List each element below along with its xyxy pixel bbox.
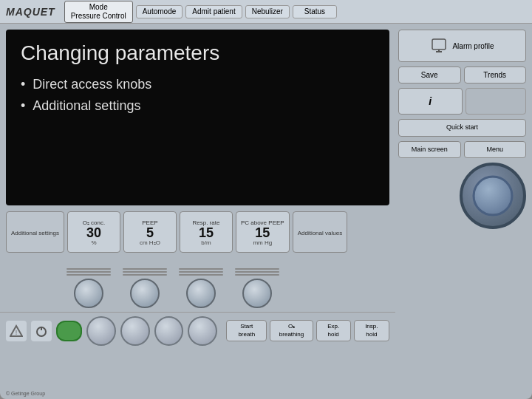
menu-main-row: Main screen Menu [398,141,526,159]
insp-hold-btn[interactable]: Insp. hold [354,320,389,341]
main-screen-btn[interactable]: Main screen [398,141,461,159]
tab-nebulizer[interactable]: Nebulizer [245,5,290,18]
brand-logo: MAQUET [6,6,55,18]
tab-mode[interactable]: Mode Pressure Control [64,1,133,23]
device-body: MAQUET Mode Pressure Control Automode Ad… [0,0,532,399]
start-breath-btn[interactable]: Start breath [226,320,267,341]
peep-btn[interactable]: PEEP 5 cm H₂O [123,211,177,253]
main-screen: Changing parameters Direct access knobs … [6,30,389,205]
additional-settings-btn[interactable]: Additional settings [6,211,64,253]
big-control-knob[interactable] [460,163,526,229]
o2-conc-btn[interactable]: O₂ conc. 30 % [67,211,120,253]
pc-above-peep-unit: mm Hg [253,239,272,246]
knob-2[interactable] [130,279,160,308]
info-btn[interactable]: i [398,88,463,115]
additional-values-btn[interactable]: Additional values [293,211,347,253]
exp-hold-btn[interactable]: Exp. hold [316,320,351,341]
footer-knob-4[interactable] [188,316,217,346]
resp-rate-unit: b/m [201,239,211,246]
warning-icon: ! [6,321,27,341]
screen-title: Changing parameters [21,41,375,65]
tab-admit-patient[interactable]: Admit patient [185,5,242,18]
knob-3[interactable] [186,279,216,308]
knob-1[interactable] [74,279,103,308]
info-row: i [398,88,526,115]
mode-label: Mode [89,3,108,12]
alarm-profile-label: Alarm profile [452,42,494,50]
tab-automode[interactable]: Automode [136,5,183,18]
big-knob-inner [473,176,514,216]
bottom-controls-row: Additional settings O₂ conc. 30 % PEEP 5… [0,208,395,267]
footer-action-btns: Start breath O₂ breathing Exp. hold Insp… [226,320,389,341]
slider-lines-3 [179,268,223,276]
slider-group-4 [231,268,284,308]
spacer-btn [466,88,527,115]
green-toggle[interactable] [56,321,83,341]
right-panel: Alarm profile Save Trends i Quick start … [395,24,532,349]
svg-text:!: ! [16,329,18,336]
tab-status[interactable]: Status [293,5,337,18]
additional-values-label: Additional values [298,230,342,236]
quick-start-btn[interactable]: Quick start [398,119,526,137]
footer: ! [0,312,395,349]
o2-breathing-btn[interactable]: O₂ breathing [270,320,313,341]
bullet-item-2: Additional settings [21,98,375,114]
peep-value: 5 [146,226,154,239]
resp-rate-value: 15 [199,226,214,239]
bullet-list: Direct access knobs Additional settings [21,77,375,114]
alarm-icon [430,37,448,55]
slider-lines-4 [235,268,279,276]
slider-lines-1 [66,268,111,276]
o2-conc-value: 30 [86,226,101,239]
pc-above-peep-btn[interactable]: PC above PEEP 15 mm Hg [236,211,290,253]
resp-rate-btn[interactable]: Resp. rate 15 b/m [180,211,233,253]
pc-above-peep-value: 15 [255,226,270,239]
mode-value: Pressure Control [71,12,126,21]
o2-conc-unit: % [91,239,96,246]
knob-4[interactable] [242,279,272,308]
copyright: © Getinge Group [6,391,45,396]
footer-knob-1[interactable] [86,316,116,346]
save-trends-row: Save Trends [398,66,526,83]
top-bar: MAQUET Mode Pressure Control Automode Ad… [0,0,532,24]
slider-group-1 [62,268,115,308]
svg-rect-4 [432,39,446,50]
save-btn[interactable]: Save [398,66,461,83]
main-area: Changing parameters Direct access knobs … [0,24,532,349]
slider-group-3 [174,268,228,308]
slider-lines-2 [123,268,167,276]
footer-knob-2[interactable] [120,316,150,346]
sliders-area [0,267,395,312]
content-area: Changing parameters Direct access knobs … [0,24,395,349]
peep-unit: cm H₂O [140,239,160,246]
trends-btn[interactable]: Trends [464,66,527,83]
alarm-profile-btn[interactable]: Alarm profile [398,30,526,62]
menu-btn[interactable]: Menu [464,141,527,159]
big-knob-container [398,163,526,229]
additional-settings-label: Additional settings [11,230,59,236]
power-icon[interactable] [31,321,52,341]
bullet-item-1: Direct access knobs [21,77,375,92]
footer-knob-3[interactable] [154,316,184,346]
slider-group-2 [118,268,171,308]
